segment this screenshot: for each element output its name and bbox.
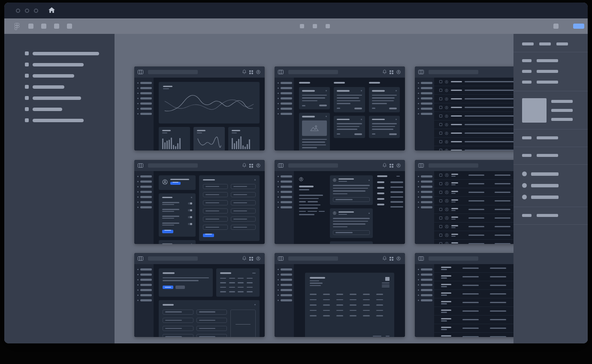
card-menu-dot-icon [396, 90, 397, 91]
dashboard-thumbnail-list[interactable] [415, 66, 513, 150]
property-row[interactable] [522, 59, 579, 62]
mini-bullet-icon [278, 113, 279, 114]
dashboard-thumbnail-forms[interactable] [134, 253, 265, 337]
row-detail-bar [465, 81, 513, 82]
row-name-bar [441, 327, 451, 328]
property-row[interactable] [522, 154, 579, 157]
trend-list-b [390, 181, 403, 211]
dashboard-thumbnail-records[interactable] [415, 253, 513, 337]
property-row[interactable] [522, 70, 579, 73]
home-button[interactable] [48, 7, 55, 15]
table-row [434, 171, 513, 180]
card-text-bar [302, 95, 327, 96]
stat-bar [247, 287, 253, 288]
row-cell-bar [468, 226, 484, 227]
property-row[interactable] [522, 81, 579, 84]
toolbar-tool-button[interactable] [67, 24, 72, 29]
dashboard-thumbnail-settings[interactable] [134, 160, 265, 244]
sidebar-item-4[interactable] [25, 85, 115, 89]
mini-bullet-icon [137, 284, 139, 286]
mini-label-bar [140, 268, 152, 271]
sidebar-item-1[interactable] [25, 51, 115, 55]
row-name-bar [451, 98, 462, 99]
card-meta-dots-bar [372, 133, 375, 135]
toolbar-view-button[interactable] [300, 24, 304, 28]
row-cell-bar [462, 319, 479, 320]
dashboard-thumbnail-invoice[interactable] [275, 253, 405, 337]
window-control-maximize[interactable] [34, 9, 38, 13]
toolbar-accent-button[interactable] [573, 24, 584, 29]
inspector-tab[interactable] [539, 42, 551, 45]
property-row[interactable] [522, 214, 579, 217]
mini-bullet-icon [137, 98, 139, 99]
thumb-mini-sidebar [275, 171, 294, 244]
toolbar-tool-button[interactable] [41, 24, 46, 29]
row-checkbox [439, 149, 442, 150]
row-cell-bar [495, 183, 510, 184]
primary-button [162, 230, 173, 233]
property-row[interactable] [522, 136, 579, 139]
stat-bar [220, 291, 226, 292]
inspector-tab[interactable] [556, 42, 568, 45]
window-control-minimize[interactable] [25, 9, 29, 13]
dashboard-thumbnail-kanban[interactable] [275, 66, 405, 150]
trend-item-bar [390, 181, 403, 183]
chart-bar [164, 142, 166, 149]
dashboard-thumbnail-members[interactable] [415, 160, 513, 244]
extra-card [159, 240, 196, 244]
toolbar-tool-button[interactable] [28, 24, 33, 29]
stat-bar [238, 282, 244, 283]
dashboard-thumbnail-feed[interactable] [275, 160, 405, 244]
card-header [302, 116, 327, 117]
color-swatch[interactable] [522, 98, 547, 123]
mini-sidebar-item [137, 102, 154, 105]
inspector-tab[interactable] [522, 42, 534, 45]
figma-logo-icon [14, 23, 20, 30]
thumb-topbar [134, 253, 265, 264]
row-name-bar [451, 242, 458, 244]
dashboard-thumbnail-analytics[interactable] [134, 66, 265, 150]
sidebar-item-bullet-icon [25, 74, 29, 78]
sidebar-item-3[interactable] [25, 74, 115, 78]
primary-button [163, 286, 173, 289]
mini-bullet-icon [418, 300, 419, 301]
window-control-close[interactable] [16, 9, 20, 13]
row-avatar-icon [445, 199, 449, 203]
row-subtitle-bar [441, 320, 447, 322]
input-value-bar [233, 194, 247, 196]
row-avatar-icon [445, 242, 449, 244]
row-cell-bar [468, 217, 484, 219]
mini-label-bar [140, 196, 152, 198]
mini-bullet-icon [418, 191, 419, 193]
mini-label-bar [140, 180, 152, 183]
radio-option[interactable] [522, 195, 579, 199]
toolbar-tool-button[interactable] [54, 24, 59, 29]
sidebar-item-5[interactable] [25, 96, 115, 100]
toolbar-view-button[interactable] [326, 24, 330, 28]
row-cell-bar [462, 268, 479, 269]
sidebar-item-7[interactable] [25, 118, 115, 122]
post-text-bar [333, 223, 365, 225]
mini-label-bar [421, 175, 432, 177]
thumb-search-bar [429, 256, 478, 261]
mini-bullet-icon [418, 98, 419, 99]
bio-text-bar [299, 198, 319, 199]
card-more-bar [252, 273, 256, 274]
mini-label-bar [281, 289, 292, 291]
mini-sidebar-item [418, 191, 434, 193]
sidebar-item-2[interactable] [25, 63, 115, 66]
mini-sidebar-item [278, 299, 294, 301]
radio-option[interactable] [522, 171, 579, 176]
property-label-bar [522, 154, 532, 157]
radio-option[interactable] [522, 183, 579, 188]
post-text-bar [333, 185, 370, 186]
mini-bullet-icon [278, 279, 279, 280]
row-subtitle-bar [451, 184, 456, 185]
mini-label-bar [421, 196, 432, 198]
sidebar-item-6[interactable] [25, 107, 115, 111]
mini-sidebar-item [278, 102, 294, 105]
toolbar-settings-button[interactable] [553, 24, 559, 29]
toolbar-view-button[interactable] [313, 24, 317, 28]
mini-sidebar-item [278, 180, 294, 183]
mini-sidebar-item [278, 279, 294, 281]
